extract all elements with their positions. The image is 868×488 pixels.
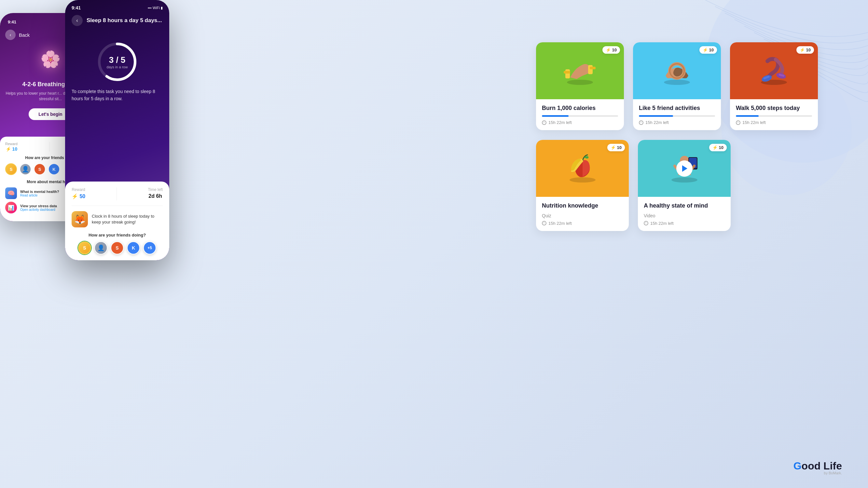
person-photo: 👤 [20,164,31,174]
card-points-3: ⚡ 10 [797,46,814,54]
card-time-4: 15h 22m left [542,221,623,226]
front-friend-more: +5 [143,241,156,254]
front-phone-title: Sleep 8 hours a day 5 days... [87,17,163,24]
clock-icon-3 [736,120,740,125]
clock-icon-1 [542,120,547,125]
front-white-card: Reward ⚡ 50 Time left 2d 6h 🦊 Clock in 8… [65,182,169,260]
card-image-burn: ⚡ 10 [536,42,624,99]
svg-rect-4 [588,65,593,74]
front-friend-photo: 👤 [94,241,107,254]
svg-point-15 [569,177,596,183]
play-triangle-icon [682,165,687,172]
front-friend-s1: S [78,241,91,254]
svg-rect-6 [590,67,596,69]
vdivider [117,187,117,200]
card-points-4: ⚡ 10 [607,144,625,151]
card-time-3: 15h 22m left [736,120,812,125]
card-progress-2 [639,115,715,117]
card-like-activities[interactable]: ⚡ 10 Like 5 friend activities 15h 22m le… [633,42,721,130]
card-progress-fill-1 [542,115,568,117]
front-person-photo: 👤 [95,242,107,254]
card-image-walk: ⚡ 10 [730,42,818,99]
mental-health-icon: 🧠 [5,187,17,199]
card-progress-fill-3 [736,115,758,117]
front-friend-s2: S [111,241,124,254]
svg-point-2 [567,80,593,85]
goodlife-logo: Good Life by BoMark. [794,461,842,475]
friend-avatar-s1: S [5,163,17,175]
card-image-mind: ⚡ 10 [638,140,731,197]
svg-point-7 [664,80,690,85]
back-button[interactable]: ‹ [5,30,16,40]
svg-rect-5 [564,71,570,73]
friend-avatar-k: K [48,163,60,175]
card-healthy-mind[interactable]: ⚡ 10 A healthy state of mind Video 15h 2… [638,140,731,231]
front-friends-label: How are your friends doing? [71,233,163,237]
card-progress-1 [542,115,618,117]
front-reward-value: ⚡ 50 [71,193,85,199]
phone-front: 9:41 ▪▪▪ WiFi ▮ ‹ Sleep 8 hours a day 5 … [65,0,169,260]
card-points-2: ⚡ 10 [700,46,717,54]
card-image-like: ⚡ 10 [633,42,721,99]
progress-sublabel: days in a row [107,65,128,69]
clock-icon-2 [639,120,644,125]
clock-icon-4 [542,221,547,225]
article1-title: What is mental health? [20,190,59,194]
friend-avatar-photo: 👤 [20,163,31,175]
cards-bottom-row: ⚡ 10 Nutrition knowledge Quiz 15h 22m le… [536,140,829,231]
svg-rect-3 [565,69,570,78]
reward-value: ⚡ 10 [5,147,18,152]
card-title-5: A healthy state of mind [644,202,725,209]
card-title-4: Nutrition knowledge [542,202,623,209]
stress-data-icon: 📊 [5,202,17,214]
card-time-2: 15h 22m left [639,120,715,125]
progress-fraction: 3 / 5 [107,55,128,65]
card-time-5: 15h 22m left [644,221,725,226]
play-button-overlay[interactable] [676,160,692,177]
card-title-2: Like 5 friend activities [639,104,715,112]
notification-box: 🦊 Clock in 8 hours of sleep today to kee… [71,211,163,227]
logo-g-special: G [794,460,802,472]
cards-top-row: ⚡ 10 Burn 1,000 calories 15h 22m left [536,42,829,130]
card-nutrition[interactable]: ⚡ 10 Nutrition knowledge Quiz 15h 22m le… [536,140,629,231]
cards-section: ⚡ 10 Burn 1,000 calories 15h 22m left [536,42,829,241]
front-status-time: 9:41 [71,5,81,10]
front-back-button[interactable]: ‹ [71,15,83,26]
card-points-1: ⚡ 10 [602,46,620,54]
friend-avatar-s2: S [34,163,45,175]
card-type-4: Quiz [542,213,623,218]
notif-mascot: 🦊 [71,211,88,227]
card-title-1: Burn 1,000 calories [542,104,618,112]
reward-label: Reward [5,142,18,146]
back-label-text: Back [19,32,30,38]
article2-title: View your stress data [20,204,57,208]
progress-circle: 3 / 5 days in a row [94,39,140,85]
progress-circle-container: 3 / 5 days in a row [65,33,169,88]
card-progress-fill-2 [639,115,673,117]
front-friend-k: K [127,241,140,254]
back-status-time: 9:41 [8,20,16,24]
clock-icon-5 [644,221,648,225]
card-burn-calories[interactable]: ⚡ 10 Burn 1,000 calories 15h 22m left [536,42,624,130]
card-time-1: 15h 22m left [542,120,618,125]
card-points-5: ⚡ 10 [709,144,727,151]
card-type-5: Video [644,213,725,218]
lotus-decoration [31,50,70,76]
svg-point-16 [672,177,698,183]
article2-link[interactable]: Open activity dashboard [20,208,57,212]
front-reward-label: Reward [71,187,85,192]
article1-link[interactable]: Read article [20,194,59,197]
notif-text: Clock in 8 hours of sleep today to keep … [92,214,163,225]
logo-main-text: Good Life [794,461,842,471]
front-timeleft-value: 2d 6h [148,193,163,199]
card-title-3: Walk 5,000 steps today [736,104,812,112]
card-progress-3 [736,115,812,117]
card-image-nutrition: ⚡ 10 [536,140,629,197]
card-walk-steps[interactable]: ⚡ 10 Walk 5,000 steps today 15h 22m left [730,42,818,130]
front-friends-row: S 👤 S K +5 [71,241,163,254]
front-signal: ▪▪▪ WiFi ▮ [148,6,163,10]
front-timeleft-label: Time left [148,187,163,192]
front-description: To complete this task you need to sleep … [65,88,169,109]
